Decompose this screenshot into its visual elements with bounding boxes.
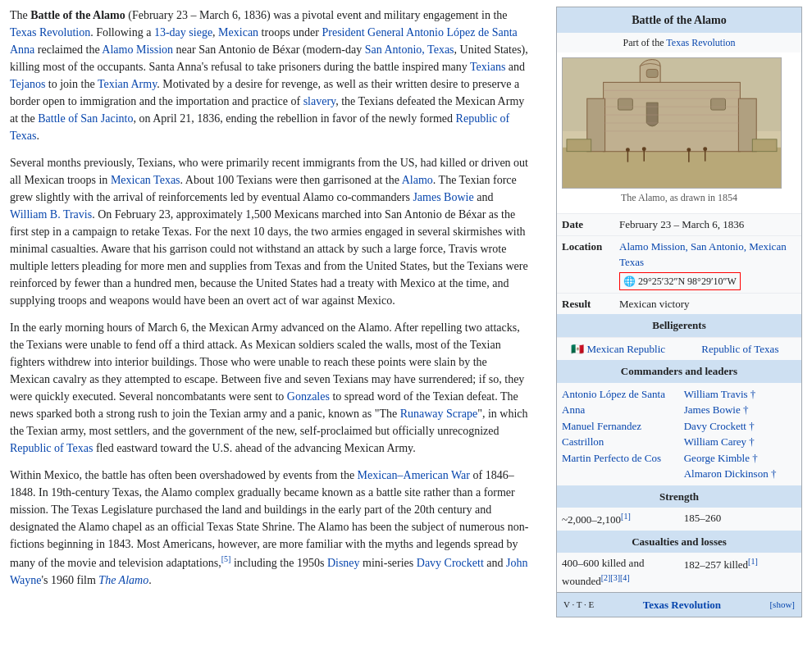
link-san-jacinto[interactable]: Battle of San Jacinto xyxy=(38,112,133,125)
svg-rect-10 xyxy=(752,139,777,152)
belligerent-left: 🇲🇽 Mexican Republic xyxy=(562,341,674,358)
svg-point-16 xyxy=(687,148,691,152)
belligerent-right: Republic of Texas xyxy=(684,341,796,358)
article-title-bold: Battle of the Alamo xyxy=(30,9,125,21)
strength-ref[interactable]: [1] xyxy=(621,512,631,521)
link-gonzales[interactable]: Gonzales xyxy=(287,390,330,403)
belligerents-header: Belligerents xyxy=(557,314,801,337)
mexican-flag-icon: 🇲🇽 xyxy=(571,343,584,355)
strength-header: Strength xyxy=(557,485,801,508)
location-label: Location xyxy=(557,235,614,293)
commanders-right: William Travis † James Bowie † Davy Croc… xyxy=(684,386,796,482)
casualties-right: 182–257 killed[1] xyxy=(684,555,796,589)
svg-rect-3 xyxy=(604,82,741,151)
svg-rect-2 xyxy=(563,148,781,189)
svg-point-12 xyxy=(626,148,630,152)
date-label: Date xyxy=(557,214,614,236)
svg-rect-9 xyxy=(567,139,591,152)
footnote-5[interactable]: [5] xyxy=(221,554,231,563)
link-slavery[interactable]: slavery xyxy=(303,95,336,107)
coord-globe-icon: 🌐 xyxy=(623,276,636,287)
link-republic-texas-2[interactable]: Republic of Texas xyxy=(10,442,93,454)
cas-ref[interactable]: [2][3][4] xyxy=(601,573,630,582)
cas-ref2[interactable]: [1] xyxy=(748,557,758,566)
strength-row: ~2,000–2,100[1] 185–260 xyxy=(557,508,801,531)
link-tejanos[interactable]: Tejanos xyxy=(10,78,45,90)
film-title-italic: The Alamo xyxy=(98,574,148,586)
para1-intro: The xyxy=(10,9,30,21)
infobox-image-container: The Alamo, as drawn in 1854 xyxy=(557,52,801,213)
alamo-drawing xyxy=(562,57,782,189)
vte-links[interactable]: V · T · E xyxy=(563,598,594,612)
commander-cos[interactable]: Martin Perfecto de Cos xyxy=(562,452,661,464)
infobox-subtitle: Part of the Texas Revolution xyxy=(557,33,801,52)
paragraph-2: Several months previously, Texians, who … xyxy=(10,154,530,309)
link-james-bowie[interactable]: James Bowie xyxy=(413,191,473,203)
mexican-republic-link[interactable]: Mexican Republic xyxy=(586,343,665,355)
link-texian-army[interactable]: Texian Army xyxy=(98,78,157,90)
coordinates-box[interactable]: 🌐 29°25′32″N 98°29′10″W xyxy=(619,272,741,290)
svg-point-14 xyxy=(642,147,646,151)
subtitle-link[interactable]: Texas Revolution xyxy=(666,37,735,48)
casualties-row: 400–600 killed and wounded[2][3][4] 182–… xyxy=(557,553,801,591)
location-link[interactable]: Alamo Mission, San Antonio, Mexican Texa… xyxy=(619,240,787,269)
commanders-row: Antonio López de Santa Anna Manuel Ferna… xyxy=(557,383,801,485)
main-content: The Battle of the Alamo (February 23 – M… xyxy=(10,7,530,599)
location-value: Alamo Mission, San Antonio, Mexican Texa… xyxy=(614,235,801,293)
commander-bowie[interactable]: James Bowie † xyxy=(684,403,749,416)
date-value: February 23 – March 6, 1836 xyxy=(614,214,801,236)
commander-dickinson[interactable]: Almaron Dickinson † xyxy=(684,467,777,480)
commander-fernandez[interactable]: Manuel Fernandez Castrillon xyxy=(562,420,641,449)
strength-right: 185–260 xyxy=(684,510,796,528)
link-texas-revolution[interactable]: Texas Revolution xyxy=(10,26,90,39)
svg-rect-5 xyxy=(618,98,632,110)
commander-travis[interactable]: William Travis † xyxy=(684,388,756,400)
vte-show[interactable]: [show] xyxy=(769,598,795,612)
commander-santa-anna[interactable]: Antonio López de Santa Anna xyxy=(562,388,665,417)
paragraph-3: In the early morning hours of March 6, t… xyxy=(10,319,530,457)
date-row: Date February 23 – March 6, 1836 xyxy=(557,214,801,236)
subtitle-part: Part of the xyxy=(623,37,664,48)
commander-carey[interactable]: William Carey † xyxy=(684,435,755,448)
link-mexican[interactable]: Mexican xyxy=(218,26,258,39)
republic-of-texas-link[interactable]: Republic of Texas xyxy=(701,343,778,355)
belligerents-row: 🇲🇽 Mexican Republic Republic of Texas xyxy=(557,337,801,361)
link-alamo-2[interactable]: Alamo xyxy=(402,174,433,186)
result-row: Result Mexican victory xyxy=(557,293,801,314)
link-the-alamo-film[interactable]: The Alamo xyxy=(98,574,148,586)
link-san-antonio[interactable]: San Antonio, Texas xyxy=(365,43,454,56)
infobox-details-table: Date February 23 – March 6, 1836 Locatio… xyxy=(557,213,801,314)
result-value: Mexican victory xyxy=(614,293,801,314)
link-travis[interactable]: William B. Travis xyxy=(10,208,92,221)
vte-title[interactable]: Texas Revolution xyxy=(594,597,769,613)
alamo-svg xyxy=(563,57,781,189)
link-mexican-american-war[interactable]: Mexican–American War xyxy=(358,469,470,481)
link-runaway-scrape[interactable]: Runaway Scrape xyxy=(400,408,477,420)
svg-point-18 xyxy=(703,147,707,151)
location-row: Location Alamo Mission, San Antonio, Mex… xyxy=(557,235,801,293)
infobox-title: Battle of the Alamo xyxy=(557,7,801,33)
coord-text: 29°25′32″N 98°29′10″W xyxy=(638,276,737,287)
infobox-caption: The Alamo, as drawn in 1854 xyxy=(562,189,796,208)
result-label: Result xyxy=(557,293,614,314)
commander-crockett[interactable]: Davy Crockett † xyxy=(684,420,755,432)
paragraph-4: Within Mexico, the battle has often been… xyxy=(10,467,530,589)
commander-kimble[interactable]: George Kimble † xyxy=(684,452,758,464)
commanders-left: Antonio López de Santa Anna Manuel Ferna… xyxy=(562,386,674,482)
para1-text: (February 23 – March 6, 1836) was a pivo… xyxy=(10,9,528,142)
link-davy-crockett[interactable]: Davy Crockett xyxy=(417,557,484,569)
casualties-header: Casualties and losses xyxy=(557,531,801,554)
commanders-header: Commanders and leaders xyxy=(557,360,801,383)
link-13-day-siege[interactable]: 13-day siege xyxy=(154,26,212,39)
strength-left: ~2,000–2,100[1] xyxy=(562,510,674,528)
casualties-left: 400–600 killed and wounded[2][3][4] xyxy=(562,555,674,589)
link-disney[interactable]: Disney xyxy=(327,557,360,569)
paragraph-1: The Battle of the Alamo (February 23 – M… xyxy=(10,7,530,144)
svg-rect-4 xyxy=(646,69,658,77)
link-alamo-mission[interactable]: Alamo Mission xyxy=(102,43,173,56)
infobox: Battle of the Alamo Part of the Texas Re… xyxy=(556,7,802,617)
link-mexican-texas[interactable]: Mexican Texas xyxy=(111,174,180,186)
svg-rect-6 xyxy=(711,98,726,110)
link-texians[interactable]: Texians xyxy=(470,61,505,73)
vte-bar: V · T · E Texas Revolution [show] xyxy=(557,592,801,617)
